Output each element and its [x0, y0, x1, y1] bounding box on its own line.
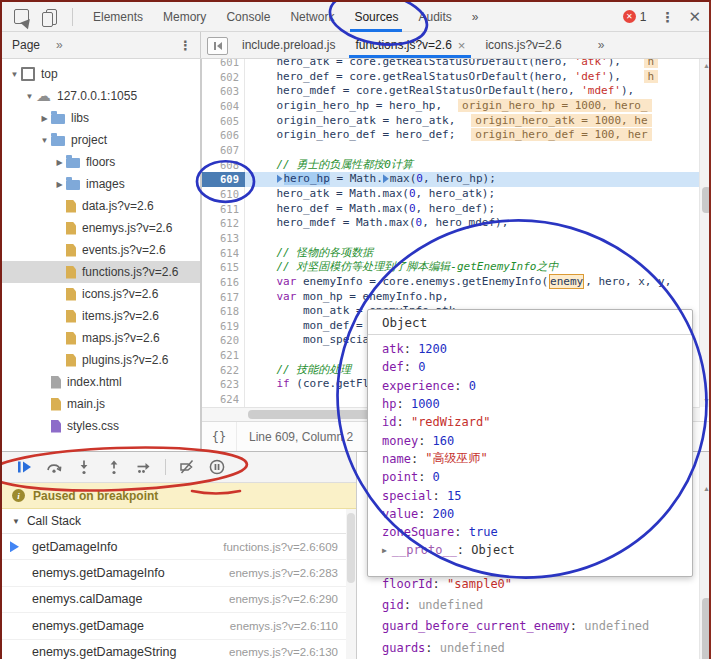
device-toolbar-icon[interactable]: [40, 6, 62, 28]
gutter-line-616[interactable]: 616: [202, 275, 245, 290]
tree-itemfloors[interactable]: ▶floors: [2, 151, 200, 173]
tree-itemimages[interactable]: ▶images: [2, 173, 200, 195]
js-icon: [66, 288, 76, 301]
hide-navigator-icon[interactable]: [207, 37, 228, 55]
tree-itemindexhtml[interactable]: index.html: [2, 371, 200, 393]
pretty-print-button[interactable]: {}: [202, 422, 237, 451]
gutter-line-614[interactable]: 614: [202, 246, 245, 261]
callstack-frame[interactable]: enemys.getDamageenemys.js?v=2.6:110: [2, 613, 356, 639]
gutter-line-620[interactable]: 620: [202, 333, 245, 348]
gutter-line-617[interactable]: 617: [202, 290, 245, 305]
disclosure-closed-icon[interactable]: ▶: [53, 158, 66, 167]
tab-sources[interactable]: Sources: [344, 2, 408, 32]
tab-more[interactable]: »: [462, 2, 489, 32]
gutter-line-613[interactable]: 613: [202, 231, 245, 246]
scroll-up-icon[interactable]: ▲: [700, 482, 711, 495]
step-icon[interactable]: [132, 455, 156, 479]
tree-itemitemsjsv26[interactable]: items.js?v=2.6: [2, 305, 200, 327]
file-tab-functionsjsv26[interactable]: functions.js?v=2.6×: [345, 32, 475, 58]
scope-scrollbar[interactable]: ▲: [699, 452, 711, 659]
tree-itemdatajsv26[interactable]: data.js?v=2.6: [2, 195, 200, 217]
inspect-element-icon[interactable]: [10, 6, 32, 28]
tab-audits[interactable]: Audits: [408, 2, 461, 32]
tree-itemenemysjsv26[interactable]: enemys.js?v=2.6: [2, 217, 200, 239]
callstack-frame[interactable]: enemys.getDamageInfoenemys.js?v=2.6:283: [2, 560, 356, 586]
tab-network[interactable]: Network: [280, 2, 344, 32]
gutter-line-612[interactable]: 612: [202, 216, 245, 231]
tree-itemmapsjsv26[interactable]: maps.js?v=2.6: [2, 327, 200, 349]
close-icon[interactable]: ✕: [688, 8, 701, 26]
navigator-kebab-icon[interactable]: ⋮: [179, 38, 192, 53]
disclosure-closed-icon[interactable]: ▶: [38, 114, 51, 123]
gutter-line-621[interactable]: 621: [202, 348, 245, 363]
gutter-line-624[interactable]: 624: [202, 392, 245, 407]
gutter-line-615[interactable]: 615: [202, 260, 245, 275]
navigator-more-icon[interactable]: »: [56, 38, 63, 52]
gutter-line-607[interactable]: 607: [202, 143, 245, 158]
tree-itemlibs[interactable]: ▶libs: [2, 107, 200, 129]
gutter-line-605[interactable]: 605: [202, 114, 245, 129]
tree-item1270011055[interactable]: ▼☁127.0.0.1:1055: [2, 85, 200, 107]
tree-itemproject[interactable]: ▼project: [2, 129, 200, 151]
disclosure-open-icon[interactable]: ▼: [8, 70, 21, 79]
file-tab-iconsjsv26[interactable]: icons.js?v=2.6: [475, 32, 571, 58]
gutter-line-609[interactable]: 609: [202, 172, 245, 187]
editor-vertical-scrollbar[interactable]: ▲ ▼: [699, 59, 711, 407]
file-tab-includepreloadjs[interactable]: include.preload.js: [232, 32, 345, 58]
scroll-down-icon[interactable]: ▼: [700, 394, 711, 407]
code-line-607: 607: [202, 143, 700, 158]
error-count: 1: [640, 10, 647, 24]
error-badge[interactable]: ✕ 1: [623, 10, 647, 24]
tree-itemtop[interactable]: ▼top: [2, 63, 200, 85]
callstack-scrollbar[interactable]: [346, 509, 356, 659]
close-tab-icon[interactable]: ×: [458, 38, 466, 53]
kebab-menu-icon[interactable]: ⋮: [660, 9, 674, 25]
scroll-up-icon[interactable]: ▲: [700, 59, 711, 72]
step-out-icon[interactable]: [102, 455, 126, 479]
gutter-line-608[interactable]: 608: [202, 158, 245, 173]
gutter-line-622[interactable]: 622: [202, 363, 245, 378]
tree-itemiconsjsv26[interactable]: icons.js?v=2.6: [2, 283, 200, 305]
gutter-line-603[interactable]: 603: [202, 84, 245, 99]
object-property-expandable[interactable]: ▶__proto__: Object: [382, 541, 692, 559]
code-text: // 对坚固模仿等处理到了脚本编辑-getEnemyInfo之中: [245, 260, 558, 275]
gutter-line-602[interactable]: 602: [202, 70, 245, 85]
gutter-line-601[interactable]: 601: [202, 59, 245, 70]
gutter-line-610[interactable]: 610: [202, 187, 245, 202]
step-over-icon[interactable]: [42, 455, 66, 479]
tree-itemeventsjsv26[interactable]: events.js?v=2.6: [2, 239, 200, 261]
tree-itemstylescss[interactable]: styles.css: [2, 415, 200, 437]
call-stack-header[interactable]: ▼ Call Stack: [2, 509, 356, 534]
callstack-frame[interactable]: enemys.getDamageStringenemys.js?v=2.6:13…: [2, 640, 356, 659]
scrollbar-thumb[interactable]: [702, 598, 711, 659]
gutter-line-606[interactable]: 606: [202, 128, 245, 143]
file-tabs-more-icon[interactable]: »: [598, 32, 605, 58]
deactivate-breakpoints-icon[interactable]: [175, 455, 199, 479]
disclosure-open-icon[interactable]: ▼: [38, 136, 51, 145]
disclosure-closed-icon[interactable]: ▶: [53, 180, 66, 189]
object-property: value: 200: [382, 505, 692, 523]
step-into-icon[interactable]: [72, 455, 96, 479]
expand-icon[interactable]: ▶: [382, 546, 387, 555]
tab-page[interactable]: Page: [12, 38, 40, 52]
gutter-line-618[interactable]: 618: [202, 304, 245, 319]
callstack-frame[interactable]: getDamageInfofunctions.js?v=2.6:609: [2, 534, 356, 560]
gutter-line-604[interactable]: 604: [202, 99, 245, 114]
tab-memory[interactable]: Memory: [153, 2, 216, 32]
tree-itemfunctionsjsv26[interactable]: functions.js?v=2.6: [2, 261, 200, 283]
tab-elements[interactable]: Elements: [83, 2, 153, 32]
gutter-line-623[interactable]: 623: [202, 377, 245, 392]
pause-on-exceptions-icon[interactable]: [205, 455, 229, 479]
scrollbar-thumb[interactable]: [347, 513, 355, 583]
active-frame-icon: [10, 541, 19, 552]
tree-itemmainjs[interactable]: main.js: [2, 393, 200, 415]
disclosure-open-icon[interactable]: ▼: [23, 92, 36, 101]
gutter-line-619[interactable]: 619: [202, 319, 245, 334]
scrollbar-thumb[interactable]: [702, 187, 711, 213]
tab-console[interactable]: Console: [216, 2, 280, 32]
callstack-frame[interactable]: enemys.calDamageenemys.js?v=2.6:290: [2, 587, 356, 613]
resume-icon[interactable]: [12, 455, 36, 479]
gutter-line-611[interactable]: 611: [202, 202, 245, 217]
tree-itempluginsjsv26[interactable]: plugins.js?v=2.6: [2, 349, 200, 371]
frame-function: enemys.getDamage: [32, 619, 144, 633]
